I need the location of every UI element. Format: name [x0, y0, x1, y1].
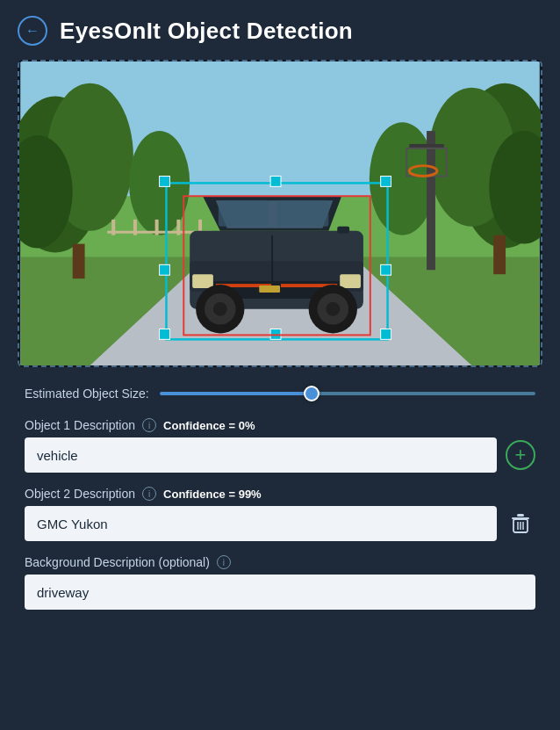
- object1-add-button[interactable]: +: [506, 440, 535, 470]
- background-group: Background Description (optional) i: [25, 555, 535, 610]
- svg-rect-42: [219, 200, 269, 227]
- svg-rect-53: [160, 329, 170, 339]
- svg-rect-55: [381, 329, 391, 339]
- app-container: ← EyesOnIt Object Detection: [0, 0, 560, 730]
- svg-rect-48: [160, 176, 170, 186]
- object2-input-row: [25, 506, 535, 541]
- object1-group: Object 1 Description i Confidence = 0% +: [25, 418, 535, 473]
- object1-confidence: Confidence = 0%: [163, 419, 255, 432]
- object2-input[interactable]: [25, 506, 497, 541]
- svg-rect-46: [259, 285, 280, 293]
- svg-rect-10: [73, 244, 85, 279]
- controls-section: Estimated Object Size: Object 1 Descript…: [18, 387, 542, 610]
- scene-image: [19, 61, 541, 365]
- background-info-icon[interactable]: i: [217, 555, 231, 569]
- svg-rect-19: [133, 220, 137, 235]
- object1-input[interactable]: [25, 437, 497, 473]
- svg-rect-58: [517, 514, 524, 517]
- background-label: Background Description (optional): [25, 555, 210, 569]
- trash-icon: [511, 513, 530, 534]
- object2-info-icon[interactable]: i: [142, 487, 156, 501]
- background-input[interactable]: [25, 575, 535, 610]
- slider-row: Estimated Object Size:: [25, 387, 535, 401]
- svg-rect-23: [427, 131, 435, 270]
- object2-confidence: Confidence = 99%: [163, 488, 262, 501]
- svg-rect-50: [381, 176, 391, 186]
- image-container: [18, 60, 542, 367]
- object-size-slider[interactable]: [160, 392, 535, 395]
- header: ← EyesOnIt Object Detection: [18, 16, 542, 46]
- svg-rect-45: [337, 227, 349, 234]
- object2-group: Object 2 Description i Confidence = 99%: [25, 487, 535, 541]
- object1-input-row: +: [25, 437, 535, 473]
- object1-label-row: Object 1 Description i Confidence = 0%: [25, 418, 535, 432]
- svg-rect-21: [176, 220, 180, 235]
- svg-rect-52: [381, 264, 391, 275]
- background-input-row: [25, 575, 535, 610]
- app-title: EyesOnIt Object Detection: [60, 18, 353, 45]
- object1-label: Object 1 Description: [25, 418, 135, 432]
- object1-info-icon[interactable]: i: [142, 418, 156, 432]
- object2-label-row: Object 2 Description i Confidence = 99%: [25, 487, 535, 501]
- svg-rect-51: [160, 264, 170, 275]
- svg-point-16: [370, 122, 435, 235]
- svg-rect-35: [340, 274, 361, 288]
- svg-rect-49: [270, 176, 281, 186]
- back-button[interactable]: ←: [18, 16, 47, 46]
- background-label-row: Background Description (optional) i: [25, 555, 535, 569]
- svg-rect-14: [493, 235, 506, 274]
- svg-point-38: [213, 302, 227, 316]
- svg-rect-34: [192, 274, 213, 288]
- svg-point-41: [326, 302, 340, 316]
- slider-label: Estimated Object Size:: [25, 387, 149, 401]
- object2-delete-button[interactable]: [506, 509, 535, 538]
- svg-rect-20: [155, 220, 159, 235]
- svg-rect-43: [276, 200, 328, 227]
- object2-label: Object 2 Description: [25, 487, 135, 501]
- svg-rect-18: [111, 220, 115, 235]
